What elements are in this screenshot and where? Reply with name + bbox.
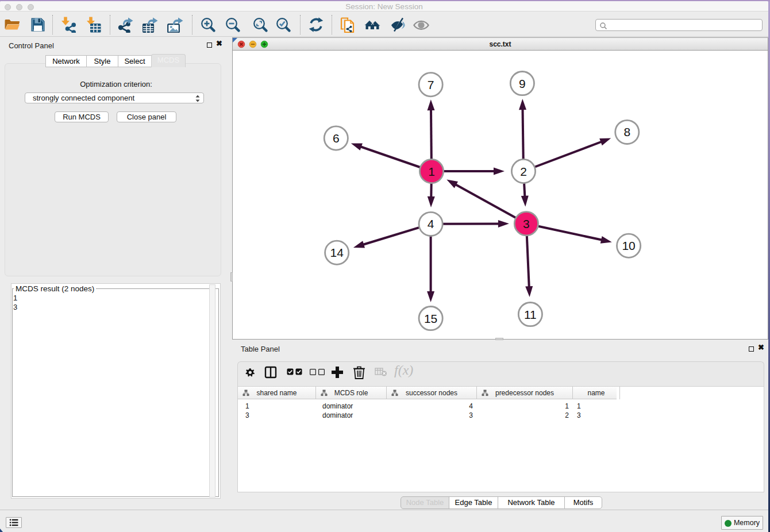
svg-text:4: 4 xyxy=(428,217,434,230)
svg-text:10: 10 xyxy=(622,239,635,252)
svg-text:14: 14 xyxy=(330,246,344,259)
svg-text:2: 2 xyxy=(520,165,527,178)
svg-text:11: 11 xyxy=(524,308,537,321)
svg-text:8: 8 xyxy=(623,125,630,138)
svg-text:7: 7 xyxy=(428,78,434,91)
svg-text:6: 6 xyxy=(333,132,340,145)
svg-text:3: 3 xyxy=(523,217,530,230)
svg-text:15: 15 xyxy=(424,312,437,325)
svg-text:9: 9 xyxy=(519,77,526,90)
svg-text:1: 1 xyxy=(428,165,435,178)
